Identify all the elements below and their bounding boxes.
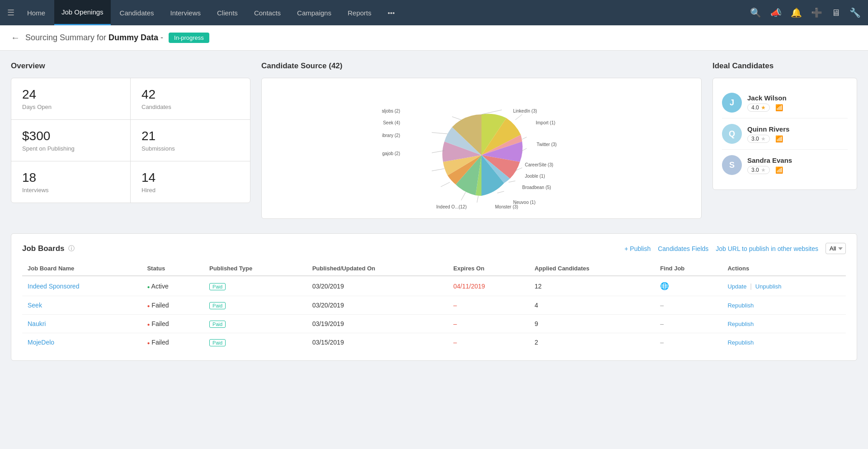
candidate-card-quinn: Q Quinn Rivers 3.0 ★ 📶 — [722, 118, 848, 150]
nav-reports[interactable]: Reports — [340, 0, 379, 25]
jb-type-naukri: Paid — [204, 315, 307, 333]
nav-candidates[interactable]: Candidates — [113, 0, 161, 25]
tools-icon[interactable]: 🔧 — [849, 7, 861, 18]
nav-clients[interactable]: Clients — [210, 0, 245, 25]
svg-line-1 — [515, 114, 522, 120]
candidate-name-jack[interactable]: Jack Wilson — [747, 94, 848, 102]
find-dash: – — [660, 320, 664, 327]
jb-pub-naukri: 03/19/2019 — [307, 315, 448, 333]
jb-actions-mojedelo: Republish — [722, 333, 846, 352]
nav-campaigns[interactable]: Campaigns — [290, 0, 339, 25]
jb-name-mojedelo: MojeDelo — [22, 333, 142, 352]
info-icon[interactable]: ⓘ — [68, 245, 75, 253]
jb-applied-seek: 4 — [529, 296, 655, 315]
label-seek-lbl: Seek (4) — [383, 120, 400, 125]
table-row: Naukri ● Failed Paid 03/19/2019 – 9 – Re… — [22, 315, 846, 333]
svg-line-13 — [452, 117, 461, 120]
ideal-candidates-box: J Jack Wilson 4.0 ★ 📶 Q — [712, 78, 857, 190]
nav-contacts[interactable]: Contacts — [247, 0, 288, 25]
status-dot-red: ● — [147, 322, 150, 327]
expires-dash-red: – — [453, 302, 457, 309]
candidate-source-box: LinkedIn (3) Import (1) Twitter (3) Care… — [261, 78, 702, 219]
avatar-sandra: S — [722, 155, 742, 175]
star-icon-quinn: ★ — [761, 136, 766, 142]
publish-button[interactable]: + Publish — [624, 245, 651, 252]
jb-actions-indeed: Update | Unpublish — [722, 276, 846, 296]
nav-interviews[interactable]: Interviews — [163, 0, 208, 25]
candidate-name-sandra[interactable]: Sandra Evans — [747, 156, 848, 164]
page-header: ← Sourcing Summary for Dummy Data - In-p… — [0, 25, 868, 51]
label-indeed-o: Indeed O...(12) — [436, 204, 467, 209]
overview-title: Overview — [11, 61, 250, 71]
status-badge: In-progress — [169, 33, 209, 43]
label-import: Import (1) — [536, 120, 555, 125]
candidate-name-quinn[interactable]: Quinn Rivers — [747, 125, 848, 133]
bell-icon[interactable]: 🔔 — [791, 7, 802, 18]
col-name: Job Board Name — [22, 261, 142, 276]
col-find: Find Job — [655, 261, 722, 276]
avatar-quinn: Q — [722, 124, 742, 144]
jb-applied-mojedelo: 2 — [529, 333, 655, 352]
col-applied: Applied Candidates — [529, 261, 655, 276]
all-select[interactable]: All — [826, 243, 846, 254]
unpublish-button[interactable]: Unpublish — [755, 283, 782, 290]
candidate-card-sandra: S Sandra Evans 3.0 ★ 📶 — [722, 150, 848, 180]
bar-chart-icon-quinn: 📶 — [775, 135, 783, 142]
jb-find-seek: – — [655, 296, 722, 315]
jb-type-seek: Paid — [204, 296, 307, 315]
jb-find-mojedelo: – — [655, 333, 722, 352]
job-url-link[interactable]: Job URL to publish in other websites — [716, 245, 818, 252]
update-button[interactable]: Update — [727, 283, 746, 290]
jb-link-naukri[interactable]: Naukri — [28, 320, 46, 327]
status-dot-green: ● — [147, 284, 150, 289]
globe-icon[interactable]: 🌐 — [660, 282, 669, 290]
svg-line-12 — [432, 132, 448, 134]
jb-actions-naukri: Republish — [722, 315, 846, 333]
table-row: MojeDelo ● Failed Paid 03/15/2019 – 2 – … — [22, 333, 846, 352]
main-content: Overview 24 Days Open 42 Candidates $300… — [0, 51, 868, 372]
megaphone-icon[interactable]: 📣 — [770, 7, 782, 18]
svg-line-6 — [497, 191, 504, 193]
table-row: Indeed Sponsored ● Active Paid 03/20/201… — [22, 276, 846, 296]
back-button[interactable]: ← — [11, 33, 20, 43]
candidates-fields-link[interactable]: Candidates Fields — [658, 245, 708, 252]
republish-button-seek[interactable]: Republish — [727, 302, 754, 309]
screen-icon[interactable]: 🖥 — [831, 8, 840, 18]
jb-find-indeed: 🌐 — [655, 276, 722, 296]
candidate-rating-quinn: 3.0 ★ 📶 — [747, 135, 848, 143]
page-title: Sourcing Summary for Dummy Data - — [25, 33, 163, 43]
jb-pub-indeed: 03/20/2019 — [307, 276, 448, 296]
jb-link-indeed[interactable]: Indeed Sponsored — [28, 283, 79, 290]
job-boards-section: Job Boards ⓘ + Publish Candidates Fields… — [11, 233, 857, 361]
jb-link-seek[interactable]: Seek — [28, 302, 42, 309]
job-boards-table: Job Board Name Status Published Type Pub… — [22, 261, 846, 351]
rating-value-quinn: 3.0 — [751, 136, 759, 142]
jb-applied-indeed: 12 — [529, 276, 655, 296]
paid-badge: Paid — [209, 321, 226, 328]
nav-job-openings[interactable]: Job Openings — [54, 0, 111, 25]
expires-dash-red: – — [453, 320, 457, 327]
label-broadbean: Broadbean (5) — [522, 185, 551, 190]
candidate-rating-sandra: 3.0 ★ 📶 — [747, 166, 848, 174]
search-icon[interactable]: 🔍 — [750, 7, 761, 18]
status-dot-red: ● — [147, 303, 150, 308]
nav-more[interactable]: ••• — [380, 0, 402, 25]
jb-expires-seek: – — [448, 296, 529, 315]
republish-button-naukri[interactable]: Republish — [727, 321, 754, 327]
svg-line-5 — [509, 181, 515, 182]
expires-date-red: 04/11/2019 — [453, 283, 485, 290]
table-row: Seek ● Failed Paid 03/20/2019 – 4 – Repu… — [22, 296, 846, 315]
stat-submissions: 21 Submissions — [131, 120, 250, 161]
col-pub-type: Published Type — [204, 261, 307, 276]
nav-home[interactable]: Home — [20, 0, 52, 25]
jb-type-indeed: Paid — [204, 276, 307, 296]
hamburger-icon[interactable]: ☰ — [7, 8, 14, 18]
stat-spent: $300 Spent on Publishing — [11, 120, 131, 161]
bar-chart-icon-sandra: 📶 — [775, 166, 783, 174]
republish-button-mojedelo[interactable]: Republish — [727, 339, 754, 346]
col-expires: Expires On — [448, 261, 529, 276]
plus-icon[interactable]: ➕ — [811, 7, 822, 18]
star-icon-sandra: ★ — [761, 167, 766, 173]
candidate-info-jack: Jack Wilson 4.0 ★ 📶 — [747, 94, 848, 112]
jb-link-mojedelo[interactable]: MojeDelo — [28, 339, 54, 346]
